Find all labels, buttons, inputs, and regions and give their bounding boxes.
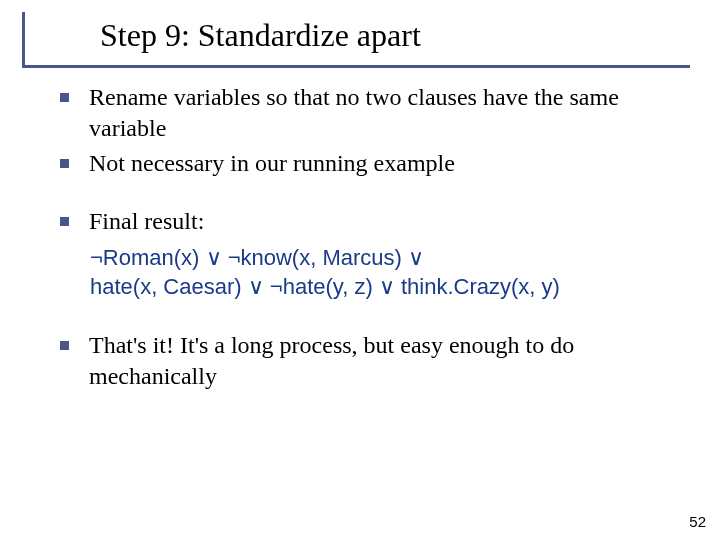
- bullet-text: Rename variables so that no two clauses …: [89, 82, 680, 144]
- title-container: Step 9: Standardize apart: [48, 16, 690, 62]
- bullet-text: That's it! It's a long process, but easy…: [89, 330, 680, 392]
- slide-body: Rename variables so that no two clauses …: [60, 82, 680, 397]
- page-number: 52: [689, 513, 706, 530]
- slide: Step 9: Standardize apart Rename variabl…: [0, 0, 720, 540]
- bullet-text: Final result:: [89, 206, 204, 237]
- bullet-text: Not necessary in our running example: [89, 148, 455, 179]
- bullet-item: That's it! It's a long process, but easy…: [60, 330, 680, 392]
- formula-line-1: ¬Roman(x) ∨ ¬know(x, Marcus) ∨: [90, 243, 680, 273]
- square-bullet-icon: [60, 217, 69, 226]
- formula-block: ¬Roman(x) ∨ ¬know(x, Marcus) ∨ hate(x, C…: [90, 243, 680, 302]
- slide-title: Step 9: Standardize apart: [48, 16, 690, 62]
- square-bullet-icon: [60, 341, 69, 350]
- bullet-item: Rename variables so that no two clauses …: [60, 82, 680, 144]
- square-bullet-icon: [60, 159, 69, 168]
- bullet-item: Final result:: [60, 206, 680, 237]
- formula-line-2: hate(x, Caesar) ∨ ¬hate(y, z) ∨ think.Cr…: [90, 272, 680, 302]
- square-bullet-icon: [60, 93, 69, 102]
- spacer: [60, 308, 680, 330]
- title-accent-bar: [22, 12, 25, 68]
- spacer: [60, 184, 680, 206]
- bullet-item: Not necessary in our running example: [60, 148, 680, 179]
